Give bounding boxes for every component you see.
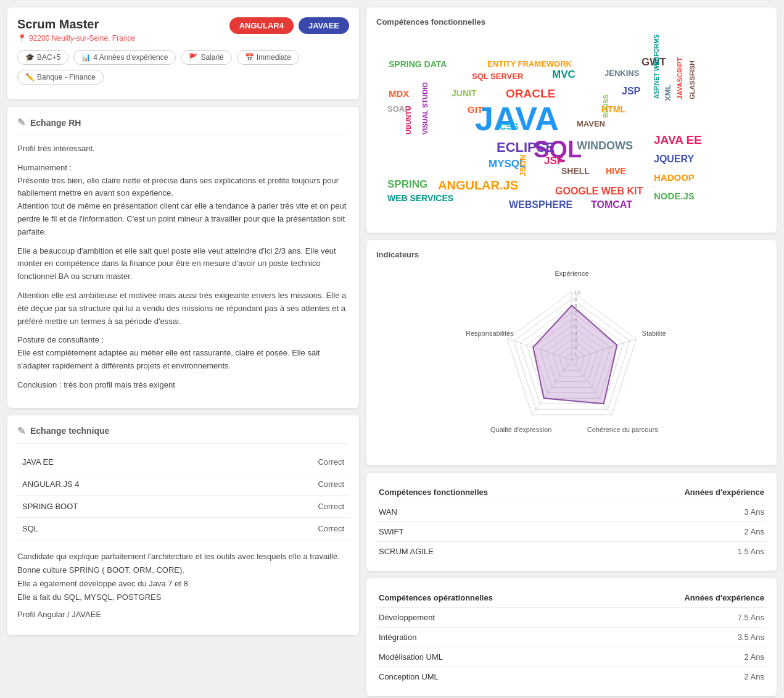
table-row: JAVA EECorrect [17, 451, 349, 473]
skill-name: WAN [376, 502, 600, 522]
word-cloud-item: GLASSFISH [688, 60, 696, 99]
word-cloud-item: WEB SERVICES [387, 193, 453, 203]
word-cloud-item: JQUERY [654, 154, 694, 165]
word-cloud-item: ENTITY FRAMEWORK [487, 59, 572, 69]
table-row: SPRING BOOTCorrect [17, 495, 349, 517]
word-cloud-item: GIT [468, 104, 483, 115]
word-cloud-item: NODE.JS [654, 191, 695, 201]
header-card: Scrum Master 92200 Neuilly-sur-Seine, Fr… [7, 7, 359, 99]
radar-label: Responsabilités [466, 330, 514, 337]
comp-fonc-table: Compétences fonctionnelles Années d'expé… [376, 483, 767, 561]
word-cloud-item: JAVA [475, 99, 559, 138]
skill-years: 2 Ans [605, 667, 767, 687]
comp-oper-table-card: Compétences opérationnelles Années d'exp… [366, 578, 777, 696]
tags-row: 🎓 BAC+5 📊 4 Années d'expérience 🚩 Salari… [17, 50, 349, 65]
badge-javaee: JAVAEE [299, 17, 349, 34]
skill-name: Conception UML [376, 667, 605, 687]
technique-note: Candidate qui explique parfaitement l'ar… [17, 550, 349, 621]
skill-years: 7.5 Ans [605, 608, 767, 628]
echange-rh-title: Echange RH [30, 118, 81, 128]
table-row: SQLCorrect [17, 517, 349, 539]
table-row: Intégration3.5 Ans [376, 628, 767, 647]
skill-years: 1.5 Ans [600, 542, 767, 562]
tag-bac5: 🎓 BAC+5 [17, 50, 68, 65]
table-row: SCRUM AGILE1.5 Ans [376, 542, 767, 562]
echange-rh-content: Profil très intéressant. Humainement : P… [17, 143, 349, 392]
radar-tick: 10 [574, 289, 580, 296]
comp-oper-header-years: Années d'expérience [605, 588, 767, 608]
word-cloud-item: CSS [500, 121, 519, 131]
word-cloud-item: JAVA EE [654, 133, 702, 147]
echange-technique-card: ✎ Echange technique JAVA EECorrectANGULA… [7, 415, 359, 635]
radar-tick: 2 [574, 344, 577, 350]
competences-fonctionnelles-card: Compétences fonctionnelles JAVASQLSPRING… [366, 7, 777, 233]
word-cloud: JAVASQLSPRING DATAENTITY FRAMEWORKGWTSQL… [376, 31, 767, 223]
word-cloud-item: ORACLE [506, 87, 555, 101]
word-cloud-item: HIVE [606, 166, 626, 176]
skill-years: 3 Ans [600, 502, 767, 522]
word-cloud-item: JSF [544, 155, 563, 167]
skill-result: Correct [233, 451, 349, 473]
word-cloud-item: MAVEN [577, 119, 605, 128]
skill-years: 3.5 Ans [605, 628, 767, 647]
word-cloud-item: ECLIPSE [497, 139, 555, 156]
echange-technique-header: ✎ Echange technique [17, 425, 349, 444]
word-cloud-item: JSON [518, 155, 527, 177]
skill-result: Correct [233, 517, 349, 539]
echange-rh-card: ✎ Echange RH Profil très intéressant. Hu… [7, 107, 359, 408]
table-row: Modélisation UML2 Ans [376, 647, 767, 667]
radar-chart-container: ExpérienceStabilitéCohérence du parcours… [376, 264, 767, 455]
skill-name: JAVA EE [17, 451, 233, 473]
radar-label: Cohérence du parcours [587, 426, 658, 433]
word-cloud-item: JENKINS [605, 69, 639, 78]
comp-fonc-table-card: Compétences fonctionnelles Années d'expé… [366, 473, 777, 571]
radar-label: Stabilité [642, 330, 666, 337]
word-cloud-item: TOMCAT [591, 199, 632, 210]
radar-tick: 7 [574, 310, 577, 316]
technique-table: JAVA EECorrectANGULAR.JS 4CorrectSPRING … [17, 451, 349, 540]
word-cloud-item: SHELL [561, 166, 590, 176]
skill-years: 2 Ans [600, 522, 767, 542]
comp-oper-header-name: Compétences opérationnelles [376, 588, 605, 608]
skill-result: Correct [233, 495, 349, 517]
word-cloud-item: MVC [552, 69, 576, 81]
tag-immediate: 📅 Immediate [237, 50, 299, 65]
word-cloud-item: ASP.NET WEBFORMS [653, 35, 660, 99]
comp-fonc-header-name: Compétences fonctionnelles [376, 483, 600, 502]
radar-svg: ExpérienceStabilitéCohérence du parcours… [430, 270, 714, 449]
badge-angular: ANGULAR4 [229, 17, 294, 34]
tag-banque-finance: ✏️ Banque - Finance [17, 70, 104, 85]
skill-name: Développement [376, 608, 605, 628]
word-cloud-item: JUNIT [452, 88, 476, 98]
word-cloud-item: MDX [389, 88, 409, 99]
badges-row: ANGULAR4 JAVAEE [229, 17, 349, 34]
table-row: ANGULAR.JS 4Correct [17, 473, 349, 495]
radar-label: Qualité d'expression [490, 426, 551, 433]
location: 92200 Neuilly-sur-Seine, France [17, 34, 135, 43]
word-cloud-item: VISUAL STUDIO [421, 82, 429, 135]
skill-result: Correct [233, 473, 349, 495]
word-cloud-item: SPRING [387, 178, 427, 191]
indicateurs-title: Indicateurs [376, 250, 767, 259]
word-cloud-item: WINDOWS [577, 139, 633, 152]
radar-tick: 5 [574, 323, 577, 330]
indicateurs-card: Indicateurs ExpérienceStabilitéCohérence… [366, 240, 777, 465]
radar-tick: 8 [574, 303, 577, 309]
word-cloud-item: SPRING DATA [389, 59, 447, 69]
edit-icon-2: ✎ [17, 425, 25, 437]
word-cloud-item: ANGULAR.JS [438, 178, 518, 193]
word-cloud-item: BLOSS [602, 94, 609, 118]
edit-icon: ✎ [17, 117, 25, 128]
table-row: Conception UML2 Ans [376, 667, 767, 687]
tags-row2: ✏️ Banque - Finance [17, 70, 349, 85]
echange-rh-header: ✎ Echange RH [17, 117, 349, 135]
word-cloud-item: HADOOP [654, 172, 695, 183]
comp-fonc-header-years: Années d'expérience [600, 483, 767, 502]
comp-oper-table: Compétences opérationnelles Années d'exp… [376, 588, 767, 686]
word-cloud-item: JSP [622, 86, 640, 97]
skill-name: SWIFT [376, 522, 600, 542]
skill-name: SQL [17, 517, 233, 539]
word-cloud-title: Compétences fonctionnelles [376, 17, 767, 27]
word-cloud-item: JAVASCRIPT [676, 57, 683, 99]
table-row: WAN3 Ans [376, 502, 767, 522]
